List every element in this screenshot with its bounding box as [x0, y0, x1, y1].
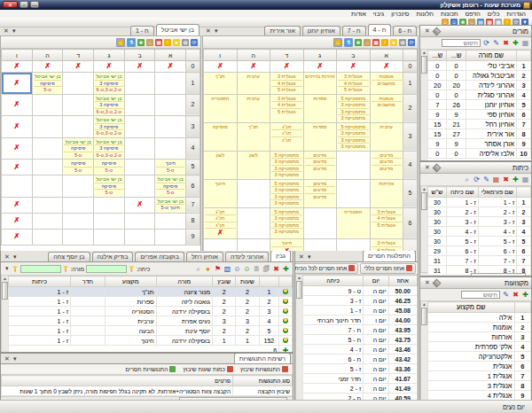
timetable-cell[interactable]: ספרות — [303, 122, 337, 151]
timetable-cell[interactable] — [155, 94, 186, 116]
teacher-filter-input[interactable] — [20, 265, 61, 273]
table-row[interactable]: 43.42יום הח - 6 — [303, 355, 418, 364]
table-row[interactable]: 41.67יום החדר זמני — [303, 374, 418, 384]
delete-icon[interactable]: ✖ — [512, 291, 520, 299]
timetable-cell[interactable]: מתמטיקה 5מתמטיקה 3מתמטיקה 3מתמטיקה 3 — [337, 94, 371, 122]
table-row[interactable]: 5אלקטרוניקה — [428, 352, 531, 362]
menu-הגדרות[interactable]: הגדרות — [503, 10, 529, 18]
delete-icon[interactable]: ✖ — [272, 265, 280, 273]
table-row[interactable]: 43.36יום הז - 5 — [303, 364, 418, 374]
timetable-cell[interactable] — [63, 94, 94, 116]
timetable-cell[interactable]: ספרות — [303, 94, 337, 122]
timetable-cell[interactable] — [32, 197, 63, 213]
table-row[interactable]: 9אורן אסתר99 — [428, 139, 531, 149]
close-panel-icon[interactable]: ✕ — [423, 163, 432, 172]
column-header[interactable]: סוג התנגשות — [233, 376, 293, 386]
timetable-cell[interactable]: ✗ — [204, 61, 238, 73]
timetable-cell[interactable]: זהירות בדרכים — [303, 73, 337, 95]
maximize-window-button[interactable]: ▫ — [20, 1, 28, 8]
column-header[interactable] — [514, 302, 530, 313]
timetable-cell[interactable] — [237, 207, 270, 239]
menu-גיבוי[interactable]: גיבוי — [370, 10, 387, 18]
class-tab-ח - 4[interactable]: ח - 4 — [368, 24, 392, 35]
collision-link-2[interactable]: התנגשויות חסרים — [123, 366, 179, 372]
bulb-icon[interactable]: ● — [173, 39, 180, 46]
table-row[interactable]: 3ז - 3ז - 330 — [428, 217, 531, 227]
home-icon[interactable]: ⌂ — [364, 39, 371, 46]
timetable-cell[interactable]: ✗ — [63, 61, 94, 73]
table-row[interactable]: 7ז - 7ז - 731 — [428, 256, 531, 266]
scrollbar[interactable]: ▲ — [420, 186, 427, 272]
missing-percent-general-button[interactable]: אחוז חסרים כללי — [360, 263, 416, 274]
timetable-cell[interactable]: ✗ — [2, 213, 33, 229]
sync-icon[interactable]: ⟳ — [191, 39, 198, 46]
menu-סינכרון[interactable]: סינכרון — [387, 10, 412, 18]
assignments-tab-אוחיון רחל[interactable]: אוחיון רחל — [186, 252, 223, 261]
timetable-cell[interactable]: בן ישי אביטלפיסיקה 3ט-2,ט-3,ט-6 — [94, 73, 125, 95]
timetable-cell[interactable] — [337, 179, 371, 207]
column-header[interactable]: שם מקצוע — [428, 302, 515, 313]
timetable-cell[interactable]: לשון — [237, 151, 270, 179]
table-row[interactable]: 43.46יום הז - 4 — [303, 345, 418, 355]
table-row[interactable]: 6ז - 6ז - 629 — [428, 246, 531, 256]
table-row[interactable]: 4אהרוני סגלית00 — [428, 90, 531, 100]
timetable-cell[interactable]: תנ"ך — [237, 122, 270, 151]
column-header[interactable]: פרטים — [2, 376, 233, 386]
assignments-tab-אהרוני לינדה[interactable]: אהרוני לינדה — [225, 252, 269, 261]
close-panel-icon[interactable]: ✕ — [204, 27, 213, 35]
column-header[interactable] — [517, 187, 531, 198]
collision-link-1[interactable]: כמות שעות שיבוץ — [180, 366, 236, 372]
table-row[interactable]: 2אביטבול גאולה00 — [428, 71, 531, 81]
column-header[interactable]: מורה — [156, 277, 212, 287]
column-header[interactable]: שובץ — [213, 277, 236, 287]
flag-icon[interactable]: ⚑ — [214, 265, 222, 273]
timetable-cell[interactable] — [124, 213, 155, 229]
scrollbar[interactable]: ▲ — [420, 50, 427, 161]
timetable-cell[interactable]: חינוך — [204, 179, 238, 207]
search-icon[interactable]: ⌕ — [194, 265, 202, 273]
flowers-icon[interactable]: ❀ — [355, 39, 362, 46]
assignment-row[interactable]: 433נעים אפרתערביתז - 1 — [9, 316, 293, 326]
scrollbar[interactable]: ▲ — [420, 301, 427, 401]
timetable-cell[interactable] — [63, 73, 94, 95]
window-red-icon[interactable]: ▦ — [155, 39, 162, 46]
bulb-icon[interactable]: ● — [204, 265, 212, 273]
timetable-cell[interactable]: ✗ — [370, 61, 403, 73]
column-header[interactable]: ש... — [428, 51, 447, 61]
table-row[interactable]: 43.95יום הח - 7 — [303, 325, 418, 335]
timetable-cell[interactable] — [32, 160, 63, 175]
menu-אודות[interactable]: אודות — [348, 10, 370, 18]
add-icon[interactable]: ✚ — [521, 291, 529, 299]
timetable-cell[interactable] — [155, 229, 186, 245]
timetable-cell[interactable] — [303, 207, 337, 239]
timetable-cell[interactable]: פיסיקהט-5 — [63, 160, 94, 175]
timetable-cell[interactable]: ✗ — [2, 61, 33, 73]
scrollbar[interactable]: ▲ — [295, 275, 302, 401]
table-row[interactable]: 10אלבז אליסיה00 — [428, 149, 531, 159]
flask-icon[interactable]: ⚗ — [127, 38, 136, 47]
table-row[interactable]: 1אביבי טלי00 — [428, 61, 531, 71]
timetable-cell[interactable]: אנגלית 3אנגלית 4אנגלית 5 — [270, 73, 304, 95]
timetable-cell[interactable]: חנ"גחנ"גחנ"ג — [270, 122, 304, 151]
timetable-cell[interactable]: מתמטיקה 5מתמטיקה 3מתמטיקה 3מתמטיקה 3 — [270, 207, 304, 239]
assignment-row[interactable]: 322בוסקילה ירדנההסטוריהז - 1 — [9, 307, 293, 316]
panel-menu-icon[interactable]: ▾ — [12, 355, 19, 363]
filter-dropdown-icon[interactable]: ▾ — [4, 264, 11, 273]
timetable-cell[interactable]: אומנותמחשבים — [370, 94, 403, 122]
timetable-cell[interactable]: ✗ — [2, 197, 33, 213]
table-row[interactable]: 7אנגלית 1 — [428, 371, 531, 381]
class-tab-אוחיון יוחנן[interactable]: אוחיון יוחנן — [302, 26, 340, 35]
timetable-cell[interactable]: הסטוריה — [204, 94, 238, 122]
warning-icon[interactable]: ! — [164, 39, 171, 46]
timetable-cell[interactable]: ✗ — [32, 61, 63, 73]
timetable-cell[interactable]: ✗ — [2, 73, 33, 95]
table-row[interactable]: 45.08יום הז - 1 — [303, 306, 418, 316]
close-panel-icon[interactable]: ✕ — [423, 278, 432, 287]
close-panel-icon[interactable]: ✕ — [297, 253, 306, 261]
timetable-cell[interactable]: ✗ — [2, 94, 33, 116]
panel-menu-icon[interactable]: ▾ — [11, 27, 18, 35]
teacher-tab-ח - 1[interactable]: ח - 1 — [130, 26, 154, 35]
table-row[interactable]: 6אוחיון ספי99 — [428, 110, 531, 120]
menu-תכונות[interactable]: תכונות — [437, 10, 462, 18]
timetable-cell[interactable]: מדעיםמדעיםמדעים — [303, 179, 337, 207]
